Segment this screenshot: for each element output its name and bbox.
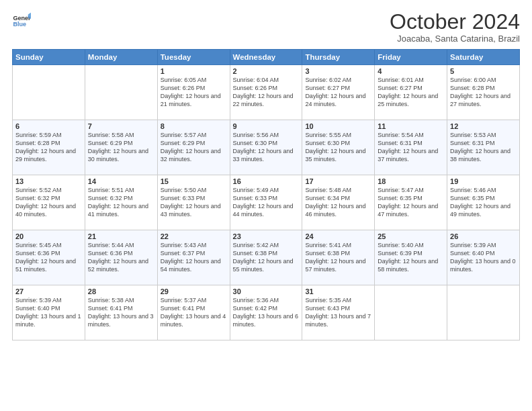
calendar-day-cell: 22Sunrise: 5:43 AM Sunset: 6:37 PM Dayli…	[157, 230, 230, 285]
day-info: Sunrise: 5:56 AM Sunset: 6:30 PM Dayligh…	[233, 131, 300, 164]
day-number: 16	[233, 177, 300, 185]
calendar-day-cell: 9Sunrise: 5:56 AM Sunset: 6:30 PM Daylig…	[230, 120, 302, 175]
day-info: Sunrise: 5:53 AM Sunset: 6:31 PM Dayligh…	[450, 131, 517, 164]
logo: General Blue	[12, 11, 31, 30]
day-info: Sunrise: 5:36 AM Sunset: 6:42 PM Dayligh…	[233, 296, 300, 329]
day-info: Sunrise: 5:39 AM Sunset: 6:40 PM Dayligh…	[450, 241, 517, 274]
day-info: Sunrise: 6:00 AM Sunset: 6:28 PM Dayligh…	[450, 76, 517, 109]
calendar-day-cell: 15Sunrise: 5:50 AM Sunset: 6:33 PM Dayli…	[157, 175, 230, 230]
calendar-day-cell: 19Sunrise: 5:46 AM Sunset: 6:35 PM Dayli…	[447, 175, 520, 230]
day-info: Sunrise: 5:42 AM Sunset: 6:38 PM Dayligh…	[233, 241, 300, 274]
calendar-day-cell	[375, 285, 447, 340]
day-of-week-header: Thursday	[302, 50, 375, 65]
calendar-day-cell: 24Sunrise: 5:41 AM Sunset: 6:38 PM Dayli…	[302, 230, 375, 285]
calendar-day-cell: 29Sunrise: 5:37 AM Sunset: 6:41 PM Dayli…	[157, 285, 230, 340]
calendar-day-cell: 2Sunrise: 6:04 AM Sunset: 6:26 PM Daylig…	[230, 65, 302, 120]
day-of-week-header: Tuesday	[157, 50, 230, 65]
month-title: October 2024	[390, 11, 520, 32]
calendar-day-cell: 16Sunrise: 5:49 AM Sunset: 6:33 PM Dayli…	[230, 175, 302, 230]
day-info: Sunrise: 5:47 AM Sunset: 6:35 PM Dayligh…	[378, 186, 444, 219]
day-number: 13	[15, 177, 82, 185]
calendar-day-cell: 31Sunrise: 5:35 AM Sunset: 6:43 PM Dayli…	[302, 285, 375, 340]
calendar-day-cell: 26Sunrise: 5:39 AM Sunset: 6:40 PM Dayli…	[447, 230, 520, 285]
svg-text:Blue: Blue	[13, 21, 26, 28]
calendar-day-cell: 5Sunrise: 6:00 AM Sunset: 6:28 PM Daylig…	[447, 65, 520, 120]
calendar-day-cell: 13Sunrise: 5:52 AM Sunset: 6:32 PM Dayli…	[13, 175, 85, 230]
location: Joacaba, Santa Catarina, Brazil	[390, 34, 520, 44]
day-info: Sunrise: 5:39 AM Sunset: 6:40 PM Dayligh…	[15, 296, 82, 329]
day-number: 30	[233, 287, 300, 295]
day-number: 25	[378, 232, 444, 240]
calendar-day-cell: 20Sunrise: 5:45 AM Sunset: 6:36 PM Dayli…	[13, 230, 85, 285]
calendar-day-cell	[85, 65, 157, 120]
day-info: Sunrise: 5:44 AM Sunset: 6:36 PM Dayligh…	[88, 241, 154, 274]
day-info: Sunrise: 5:48 AM Sunset: 6:34 PM Dayligh…	[305, 186, 371, 219]
calendar-day-cell: 10Sunrise: 5:55 AM Sunset: 6:30 PM Dayli…	[302, 120, 375, 175]
day-number: 7	[88, 122, 154, 130]
day-number: 10	[305, 122, 371, 130]
calendar-week-row: 13Sunrise: 5:52 AM Sunset: 6:32 PM Dayli…	[13, 175, 520, 230]
calendar-day-cell: 25Sunrise: 5:40 AM Sunset: 6:39 PM Dayli…	[375, 230, 447, 285]
day-number: 27	[15, 287, 82, 295]
day-number: 26	[450, 232, 517, 240]
calendar-day-cell: 8Sunrise: 5:57 AM Sunset: 6:29 PM Daylig…	[157, 120, 230, 175]
day-info: Sunrise: 5:59 AM Sunset: 6:28 PM Dayligh…	[15, 131, 82, 164]
day-info: Sunrise: 5:51 AM Sunset: 6:32 PM Dayligh…	[88, 186, 154, 219]
day-number: 19	[450, 177, 517, 185]
calendar-day-cell: 23Sunrise: 5:42 AM Sunset: 6:38 PM Dayli…	[230, 230, 302, 285]
calendar-day-cell: 6Sunrise: 5:59 AM Sunset: 6:28 PM Daylig…	[13, 120, 85, 175]
day-number: 9	[233, 122, 300, 130]
day-number: 4	[378, 67, 444, 75]
calendar-day-cell: 18Sunrise: 5:47 AM Sunset: 6:35 PM Dayli…	[375, 175, 447, 230]
calendar-week-row: 1Sunrise: 6:05 AM Sunset: 6:26 PM Daylig…	[13, 65, 520, 120]
day-number: 6	[15, 122, 82, 130]
day-of-week-header: Friday	[375, 50, 447, 65]
calendar-day-cell: 28Sunrise: 5:38 AM Sunset: 6:41 PM Dayli…	[85, 285, 157, 340]
calendar-day-cell: 14Sunrise: 5:51 AM Sunset: 6:32 PM Dayli…	[85, 175, 157, 230]
day-number: 20	[15, 232, 82, 240]
day-info: Sunrise: 5:35 AM Sunset: 6:43 PM Dayligh…	[305, 296, 371, 329]
calendar-day-cell: 12Sunrise: 5:53 AM Sunset: 6:31 PM Dayli…	[447, 120, 520, 175]
calendar-week-row: 27Sunrise: 5:39 AM Sunset: 6:40 PM Dayli…	[13, 285, 520, 340]
day-number: 21	[88, 232, 154, 240]
day-number: 23	[233, 232, 300, 240]
day-info: Sunrise: 5:43 AM Sunset: 6:37 PM Dayligh…	[161, 241, 227, 274]
calendar-week-row: 20Sunrise: 5:45 AM Sunset: 6:36 PM Dayli…	[13, 230, 520, 285]
day-info: Sunrise: 5:45 AM Sunset: 6:36 PM Dayligh…	[15, 241, 82, 274]
calendar-day-cell: 30Sunrise: 5:36 AM Sunset: 6:42 PM Dayli…	[230, 285, 302, 340]
page-header: General Blue October 2024 Joacaba, Santa…	[12, 11, 520, 44]
day-info: Sunrise: 5:58 AM Sunset: 6:29 PM Dayligh…	[88, 131, 154, 164]
day-number: 11	[378, 122, 444, 130]
day-number: 18	[378, 177, 444, 185]
calendar-day-cell: 1Sunrise: 6:05 AM Sunset: 6:26 PM Daylig…	[157, 65, 230, 120]
calendar-table: SundayMondayTuesdayWednesdayThursdayFrid…	[12, 49, 520, 340]
logo-icon: General Blue	[12, 11, 31, 30]
calendar-day-cell: 27Sunrise: 5:39 AM Sunset: 6:40 PM Dayli…	[13, 285, 85, 340]
day-info: Sunrise: 6:04 AM Sunset: 6:26 PM Dayligh…	[233, 76, 300, 109]
calendar-day-cell: 3Sunrise: 6:02 AM Sunset: 6:27 PM Daylig…	[302, 65, 375, 120]
day-number: 12	[450, 122, 517, 130]
day-number: 28	[88, 287, 154, 295]
day-info: Sunrise: 6:02 AM Sunset: 6:27 PM Dayligh…	[305, 76, 371, 109]
day-number: 31	[305, 287, 371, 295]
day-of-week-header: Wednesday	[230, 50, 302, 65]
day-number: 2	[233, 67, 300, 75]
day-info: Sunrise: 5:46 AM Sunset: 6:35 PM Dayligh…	[450, 186, 517, 219]
calendar-header-row: SundayMondayTuesdayWednesdayThursdayFrid…	[13, 50, 520, 65]
day-info: Sunrise: 6:01 AM Sunset: 6:27 PM Dayligh…	[378, 76, 444, 109]
calendar-day-cell: 21Sunrise: 5:44 AM Sunset: 6:36 PM Dayli…	[85, 230, 157, 285]
day-info: Sunrise: 5:50 AM Sunset: 6:33 PM Dayligh…	[161, 186, 227, 219]
day-of-week-header: Monday	[85, 50, 157, 65]
day-info: Sunrise: 5:38 AM Sunset: 6:41 PM Dayligh…	[88, 296, 154, 329]
day-number: 5	[450, 67, 517, 75]
day-info: Sunrise: 5:49 AM Sunset: 6:33 PM Dayligh…	[233, 186, 300, 219]
day-info: Sunrise: 6:05 AM Sunset: 6:26 PM Dayligh…	[161, 76, 227, 109]
day-info: Sunrise: 5:54 AM Sunset: 6:31 PM Dayligh…	[378, 131, 444, 164]
day-number: 15	[161, 177, 227, 185]
day-number: 24	[305, 232, 371, 240]
day-number: 1	[161, 67, 227, 75]
day-of-week-header: Saturday	[447, 50, 520, 65]
calendar-week-row: 6Sunrise: 5:59 AM Sunset: 6:28 PM Daylig…	[13, 120, 520, 175]
day-info: Sunrise: 5:41 AM Sunset: 6:38 PM Dayligh…	[305, 241, 371, 274]
calendar-day-cell	[447, 285, 520, 340]
